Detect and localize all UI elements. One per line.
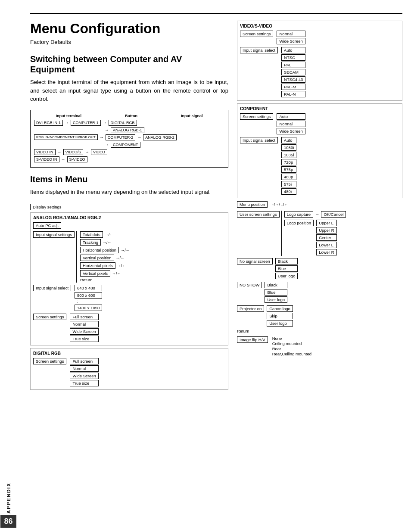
ns-user-logo: User logo bbox=[275, 273, 298, 279]
diag-arrow-4: → bbox=[137, 135, 141, 140]
diagram-row-4: S-VIDEO IN → S-VIDEO bbox=[34, 156, 224, 162]
diag-signal-2b: COMPONENT bbox=[111, 142, 140, 148]
proj-user-logo: User logo bbox=[267, 320, 293, 327]
screen-full: Full screen bbox=[70, 314, 98, 320]
comp-1080i: 1080i bbox=[281, 144, 296, 151]
v-position-value: →/← bbox=[116, 256, 125, 260]
comp-720p: 720p bbox=[281, 159, 296, 165]
diag-terminal-2: RGB IN-2/COMPONENT IN/RGB OUT bbox=[34, 134, 98, 140]
image-flip-label: Image flip H/V bbox=[237, 336, 268, 343]
diagram-row-3: VIDEO IN → VIDEO/S → VIDEO bbox=[34, 149, 224, 155]
two-col-layout: Menu Configuration Factory Defaults Swit… bbox=[30, 21, 402, 523]
screen-settings-row: Screen settings Full screen Normal Wide … bbox=[33, 313, 225, 342]
video-s-video-block: VIDEO/S-VIDEO Screen settings Normal Wid… bbox=[237, 21, 402, 101]
vs-palm: PAL-M bbox=[281, 84, 305, 90]
comp-auto-2: Auto bbox=[281, 137, 296, 143]
top-border bbox=[30, 13, 402, 14]
comp-input-signal-label: Input signal select bbox=[240, 137, 278, 143]
v-position-row: Vertical position →/← bbox=[80, 254, 130, 261]
v-pixels: Vertical pixels bbox=[80, 270, 110, 277]
comp-1035i: 1035i bbox=[281, 152, 296, 158]
projector-on-values: Canon logo Skip User logo bbox=[267, 305, 293, 327]
page: APPENDIX 86 Menu Configuration Factory D… bbox=[0, 0, 411, 532]
diag-arrow-2: → bbox=[103, 120, 107, 125]
total-dots: Total dots bbox=[80, 231, 103, 238]
comp-input-signal-row: Input signal select Auto 1080i 1035i 720… bbox=[240, 137, 399, 195]
diag-header-terminal: Input terminal bbox=[56, 114, 81, 118]
auto-pc-adj-label: Auto PC adj. bbox=[33, 222, 61, 229]
vs-secam: SECAM bbox=[281, 69, 305, 75]
image-flip-values: None Ceiling mounted Rear Rear,Ceiling m… bbox=[272, 336, 311, 356]
vs-ntsc443: NTSC4.43 bbox=[281, 76, 305, 83]
h-position-value: →/← bbox=[121, 248, 130, 252]
tracking-value: →/← bbox=[103, 240, 112, 245]
input-signal-settings-label: Input signal settings bbox=[33, 231, 75, 238]
return-label-1: Return bbox=[80, 277, 93, 282]
no-signal-row: No signal screen Black Blue User logo bbox=[237, 258, 402, 280]
switching-body: Select the input terminal of the equipme… bbox=[30, 78, 228, 103]
vs-ntsc: NTSC bbox=[281, 54, 305, 61]
center: Center bbox=[316, 234, 336, 241]
diag-signal-1a: DIGITAL RGB bbox=[109, 120, 137, 126]
ns-blue: Blue bbox=[275, 265, 298, 272]
lower-l: Lower L bbox=[316, 242, 336, 248]
diagram-row-1b: → ANALOG RGB-1 bbox=[103, 127, 224, 133]
diag-arrow-7: → bbox=[61, 157, 65, 162]
user-screen-settings-label: User screen settings bbox=[237, 211, 280, 218]
ellipsis: : bbox=[77, 299, 100, 304]
digital-rgb-block: DIGITAL RGB Screen settings Full screen … bbox=[30, 348, 228, 390]
lower-r: Lower R bbox=[316, 249, 336, 255]
v-pixels-value: →/← bbox=[112, 271, 121, 276]
vs-auto: Auto bbox=[281, 47, 305, 53]
no-signal-label: No signal screen bbox=[237, 258, 273, 264]
comp-screen-settings-label: Screen settings bbox=[240, 113, 273, 120]
resolution-800: 800 x 600 bbox=[75, 292, 102, 299]
right-column: VIDEO/S-VIDEO Screen settings Normal Wid… bbox=[237, 21, 402, 523]
no-show-row: NO SHOW Black Blue User logo bbox=[237, 281, 402, 303]
digital-screen-values: Full screen Normal Wide Screen True size bbox=[70, 358, 98, 387]
dig-screen-true: True size bbox=[70, 380, 98, 386]
h-pixels: Horizontal pixels bbox=[80, 262, 115, 269]
items-in-menu-section: Items in Menu Items displayed in the men… bbox=[30, 174, 228, 196]
logo-position-label: Logo position bbox=[284, 220, 314, 226]
comp-screen-settings-row: Screen settings Auto Normal Wide Screen bbox=[240, 113, 399, 135]
comp-575p: 575p bbox=[281, 166, 296, 173]
comp-480i: 480i bbox=[281, 188, 296, 195]
v-pixels-row: Vertical pixels →/← bbox=[80, 270, 130, 277]
diag-button-1: COMPUTER-1 bbox=[71, 120, 101, 126]
logo-position-values: Upper L Upper R Center Lower L Lower R bbox=[316, 219, 336, 256]
analog-rgb-title: ANALOG RGB-1/ANALOG RGB-2 bbox=[33, 215, 225, 220]
h-pixels-row: Horizontal pixels →/← bbox=[80, 262, 130, 269]
dig-screen-wide: Wide Screen bbox=[70, 373, 98, 379]
diag-arrow-5: → bbox=[57, 149, 62, 154]
h-position: Horizontal position bbox=[80, 247, 119, 253]
ns-black: Black bbox=[275, 258, 298, 264]
sidebar: APPENDIX 86 bbox=[0, 0, 17, 532]
nshow-user-logo: User logo bbox=[265, 296, 287, 303]
page-number: 86 bbox=[0, 515, 16, 528]
diag-arrow-1b: → bbox=[105, 128, 109, 132]
vs-screen-settings-row: Screen settings Normal Wide Screen bbox=[240, 30, 399, 45]
diag-arrow-3: → bbox=[100, 135, 104, 140]
diag-header-signal: Input signal bbox=[181, 114, 203, 118]
vs-pal: PAL bbox=[281, 62, 305, 68]
no-signal-values: Black Blue User logo bbox=[275, 258, 298, 280]
comp-normal: Normal bbox=[277, 121, 305, 127]
diag-signal-1b: ANALOG RGB-1 bbox=[111, 127, 144, 133]
diag-button-2: COMPUTER-2 bbox=[106, 134, 136, 140]
tracking: Tracking bbox=[80, 239, 101, 246]
items-title: Items in Menu bbox=[30, 174, 228, 184]
flip-rear: Rear bbox=[272, 346, 311, 351]
projector-on-label: Projector on bbox=[237, 305, 264, 312]
diag-terminal-1: DVI-RGB IN-1 bbox=[34, 120, 63, 126]
nshow-blue: Blue bbox=[265, 289, 287, 296]
total-dots-value: →/← bbox=[105, 233, 114, 237]
comp-input-values: Auto 1080i 1035i 720p 575p 480p 575i 480… bbox=[281, 137, 296, 195]
sidebar-label: APPENDIX bbox=[6, 482, 11, 513]
left-column: Menu Configuration Factory Defaults Swit… bbox=[30, 21, 228, 523]
total-dots-row: Total dots →/← bbox=[80, 231, 130, 238]
input-signal-settings-row: Input signal settings Total dots →/← Tra… bbox=[33, 231, 225, 283]
digital-screen-settings-label: Screen settings bbox=[33, 358, 66, 364]
comp-480p: 480p bbox=[281, 174, 296, 180]
diagram-row-2b: → COMPONENT bbox=[103, 142, 224, 148]
